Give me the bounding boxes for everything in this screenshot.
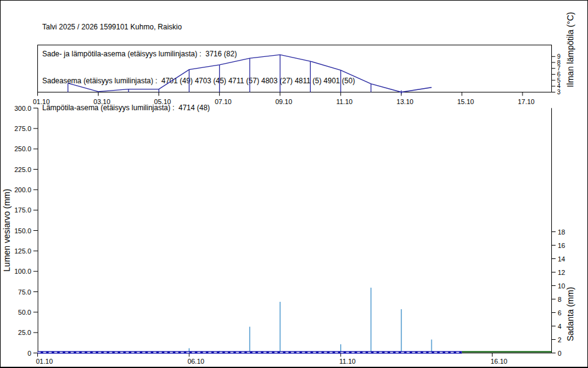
y-axis-label-snow: Lumen vesiarvo (mm): [2, 189, 12, 271]
y-tick-label-left: 225.0: [14, 166, 31, 173]
x-tick-label: 03.10: [94, 98, 111, 105]
x-tick-label: 11.10: [336, 98, 352, 105]
temperature-chart: 01.1003.1005.1007.1009.1011.1013.1015.10…: [33, 12, 575, 105]
x-tick-label: 07.10: [215, 98, 232, 105]
y-tick-label-left: 50.0: [18, 309, 31, 316]
y-tick-label: 8: [557, 59, 561, 66]
x-tick-label: 16.10: [491, 358, 508, 365]
y-tick-label-right: 14: [558, 255, 565, 263]
y-tick-label: 7: [557, 65, 561, 72]
x-tick-label: 13.10: [396, 98, 414, 105]
y-tick-label-left: 175.0: [14, 206, 31, 214]
x-tick-label: 09.10: [275, 98, 292, 105]
x-tick-label: 15.10: [457, 98, 474, 105]
y-tick-label-left: 150.0: [14, 227, 31, 235]
x-tick-label: 01.10: [33, 98, 50, 105]
y-tick-label: 9: [557, 53, 561, 60]
y-tick-label-left: 100.0: [14, 268, 31, 275]
y-tick-label-left: 75.0: [18, 288, 31, 296]
y-tick-label: 3: [557, 89, 561, 96]
y-tick-label-right: 4: [558, 323, 562, 330]
y-tick-label-left: 200.0: [14, 186, 31, 193]
y-tick-label-right: 8: [558, 296, 562, 303]
y-tick-label-left: 25.0: [18, 329, 31, 336]
snow-precip-chart: 300.0275.0250.0225.0200.0175.0150.0125.0…: [2, 105, 575, 366]
y-axis-label-precip: Sadanta (mm): [565, 287, 575, 342]
x-tick-label: 05.10: [154, 98, 171, 105]
y-axis-label-temperature: Ilman lämpötila (°C): [565, 12, 575, 87]
y-tick-label: 6: [557, 71, 561, 78]
y-tick-label-left: 250.0: [14, 145, 31, 152]
y-tick-label-left: 125.0: [14, 247, 31, 255]
y-tick-label: 4: [557, 83, 561, 89]
x-tick-label: 17.10: [518, 98, 535, 105]
temperature-plot-frame: [38, 45, 552, 92]
y-tick-label-right: 6: [558, 309, 562, 317]
chart-window: Talvi 2025 / 2026 1599101 Kuhmo, Raiskio…: [0, 0, 588, 368]
y-tick-label-right: 12: [558, 269, 565, 276]
y-tick-label-left: 0: [28, 350, 31, 357]
y-tick-label-left: 275.0: [14, 125, 31, 132]
chart-canvas: 01.1003.1005.1007.1009.1011.1013.1015.10…: [1, 1, 588, 368]
x-tick-label: 06.10: [187, 358, 204, 365]
y-tick-label-left: 300.0: [14, 105, 31, 112]
x-tick-label: 11.10: [339, 358, 355, 365]
y-tick-label-right: 0: [558, 350, 562, 357]
y-tick-label-right: 18: [558, 228, 565, 236]
y-tick-label-right: 2: [558, 336, 562, 344]
x-tick-label: 01.10: [36, 358, 53, 365]
y-tick-label-right: 16: [558, 242, 565, 249]
y-tick-label-right: 10: [558, 282, 565, 290]
y-tick-label: 5: [557, 77, 561, 84]
